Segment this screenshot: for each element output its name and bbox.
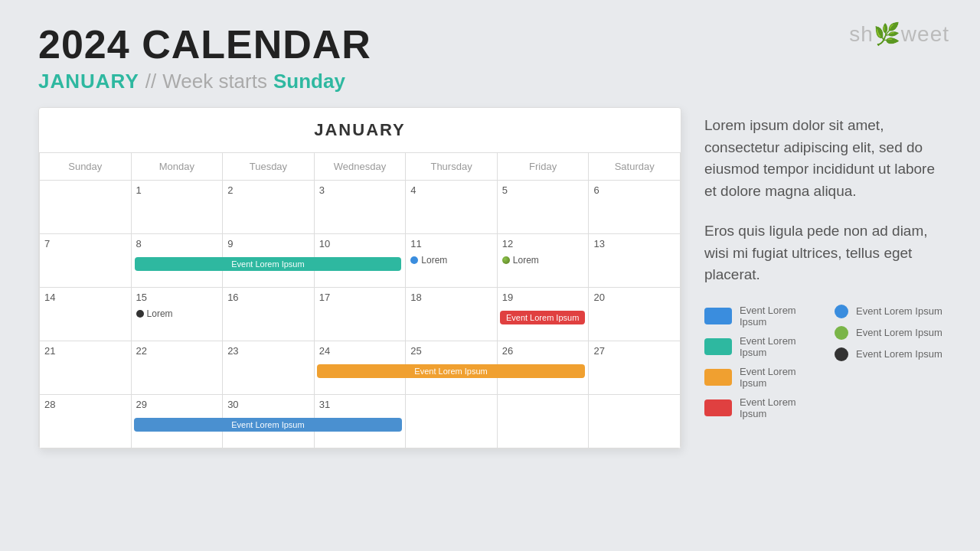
day-cell-1: 1 bbox=[132, 181, 224, 234]
day-header-thursday: Thursday bbox=[406, 153, 498, 181]
day-cell-27: 27 bbox=[589, 341, 681, 395]
day-header-friday: Friday bbox=[498, 153, 590, 181]
calendar-month-header: JANUARY bbox=[39, 108, 681, 153]
day-cell-empty1 bbox=[40, 181, 132, 234]
day-header-wednesday: Wednesday bbox=[315, 153, 407, 181]
day-cell-17: 17 bbox=[315, 288, 407, 341]
day-cell-16: 16 bbox=[223, 288, 315, 341]
day-header-monday: Monday bbox=[132, 153, 224, 181]
legend-label-orange: Event Lorem Ipsum bbox=[740, 366, 819, 389]
legend-dot-item-blue: Event Lorem Ipsum bbox=[835, 305, 949, 318]
event-steelblue-label: Event Lorem Ipsum bbox=[134, 418, 403, 432]
event-red-bar: Event Lorem Ipsum bbox=[500, 308, 586, 324]
day-cell-22: 22 bbox=[132, 341, 224, 395]
legend-col-1: Event Lorem Ipsum Event Lorem Ipsum Even… bbox=[704, 305, 819, 419]
day-cell-5: 5 bbox=[498, 181, 590, 234]
day-cell-7: 7 bbox=[40, 234, 132, 288]
week-row-3: 14 15 Lorem 16 17 18 19 20 bbox=[39, 288, 681, 341]
calendar: JANUARY Sunday Monday Tuesday Wednesday … bbox=[38, 107, 681, 449]
week-start: Sunday bbox=[273, 70, 345, 93]
sidebar-paragraph-2: Eros quis ligula pede non ad diam, wisi … bbox=[704, 220, 949, 286]
day-cell-2: 2 bbox=[223, 181, 315, 234]
day-cell-15: 15 Lorem bbox=[132, 288, 224, 341]
month-label: JANUARY bbox=[38, 70, 139, 93]
day-cell-20: 20 bbox=[589, 288, 681, 341]
dot-blue-icon bbox=[410, 256, 418, 264]
page: sh🌿weet 2024 CALENDAR JANUARY // Week st… bbox=[0, 0, 980, 551]
day-cell-11: 11 Lorem bbox=[406, 234, 498, 288]
legend-item-orange: Event Lorem Ipsum bbox=[704, 366, 819, 389]
week-info: Week starts bbox=[162, 70, 267, 93]
legend-label-teal: Event Lorem Ipsum bbox=[740, 335, 819, 358]
week-row-4: 21 22 23 24 25 26 27 Event Lor bbox=[39, 341, 681, 395]
legend-dot-item-dark: Event Lorem Ipsum bbox=[835, 347, 949, 361]
calendar-day-headers: Sunday Monday Tuesday Wednesday Thursday… bbox=[39, 153, 681, 181]
page-subtitle: JANUARY // Week starts Sunday bbox=[38, 70, 949, 93]
legend-col-2: Event Lorem Ipsum Event Lorem Ipsum Even… bbox=[835, 305, 949, 419]
event-dot-olive-12: Lorem bbox=[502, 255, 539, 266]
legend-dot-label-blue: Event Lorem Ipsum bbox=[856, 305, 942, 317]
legend-dot-dark bbox=[835, 347, 848, 361]
sidebar-paragraph-1: Lorem ipsum dolor sit amet, consectetur … bbox=[704, 115, 949, 202]
day-cell-23: 23 bbox=[223, 341, 315, 395]
main-layout: JANUARY Sunday Monday Tuesday Wednesday … bbox=[38, 107, 949, 449]
event-teal-label: Event Lorem Ipsum bbox=[135, 257, 402, 271]
day-cell-12: 12 Lorem bbox=[498, 234, 590, 288]
day-cell-empty3 bbox=[498, 395, 590, 448]
day-cell-empty4 bbox=[589, 395, 681, 448]
legend-swatch-orange bbox=[704, 369, 732, 386]
logo: sh🌿weet bbox=[849, 21, 949, 47]
day-header-saturday: Saturday bbox=[589, 153, 681, 181]
event-dot-blue-11: Lorem bbox=[410, 255, 447, 266]
event-dot-dark-15: Lorem bbox=[136, 308, 173, 319]
day-cell-4: 4 bbox=[406, 181, 498, 234]
legend: Event Lorem Ipsum Event Lorem Ipsum Even… bbox=[704, 305, 949, 419]
legend-label-red: Event Lorem Ipsum bbox=[740, 396, 819, 419]
dot-olive-icon bbox=[502, 256, 510, 264]
legend-label-blue: Event Lorem Ipsum bbox=[740, 305, 819, 328]
legend-dot-label-olive: Event Lorem Ipsum bbox=[856, 327, 942, 338]
legend-item-red: Event Lorem Ipsum bbox=[704, 396, 819, 419]
day-cell-18: 18 bbox=[406, 288, 498, 341]
day-cell-13: 13 bbox=[589, 234, 681, 288]
legend-dot-blue bbox=[835, 305, 848, 318]
dot-dark-icon bbox=[136, 310, 144, 318]
day-header-sunday: Sunday bbox=[40, 153, 132, 181]
event-teal-bar: Event Lorem Ipsum bbox=[135, 254, 402, 271]
event-red-label: Event Lorem Ipsum bbox=[500, 311, 586, 324]
legend-item-blue: Event Lorem Ipsum bbox=[704, 305, 819, 328]
page-title: 2024 CALENDAR bbox=[38, 23, 949, 67]
day-cell-21: 21 bbox=[40, 341, 132, 395]
day-cell-28: 28 bbox=[40, 395, 132, 448]
day-cell-3: 3 bbox=[315, 181, 407, 234]
day-cell-empty2 bbox=[406, 395, 498, 448]
event-steelblue-bar: Event Lorem Ipsum bbox=[134, 415, 403, 432]
event-orange-label: Event Lorem Ipsum bbox=[317, 364, 586, 378]
week-row-2: 7 8 9 10 11 Lorem bbox=[39, 234, 681, 288]
legend-item-teal: Event Lorem Ipsum bbox=[704, 335, 819, 358]
day-cell-6: 6 bbox=[589, 181, 681, 234]
week-row-5: 28 29 30 31 Event Lorem Ips bbox=[39, 395, 681, 448]
legend-dot-label-dark: Event Lorem Ipsum bbox=[856, 348, 942, 360]
day-header-tuesday: Tuesday bbox=[223, 153, 315, 181]
legend-swatch-blue bbox=[704, 308, 732, 324]
week-row-1: 1 2 3 4 5 6 bbox=[39, 181, 681, 234]
day-cell-14: 14 bbox=[40, 288, 132, 341]
legend-dot-olive bbox=[835, 326, 848, 340]
legend-swatch-teal bbox=[704, 338, 732, 355]
separator: // bbox=[145, 70, 156, 93]
legend-dot-item-olive: Event Lorem Ipsum bbox=[835, 326, 949, 340]
legend-swatch-red bbox=[704, 399, 732, 416]
sidebar: Lorem ipsum dolor sit amet, consectetur … bbox=[704, 107, 949, 449]
event-orange-bar: Event Lorem Ipsum bbox=[317, 361, 586, 378]
